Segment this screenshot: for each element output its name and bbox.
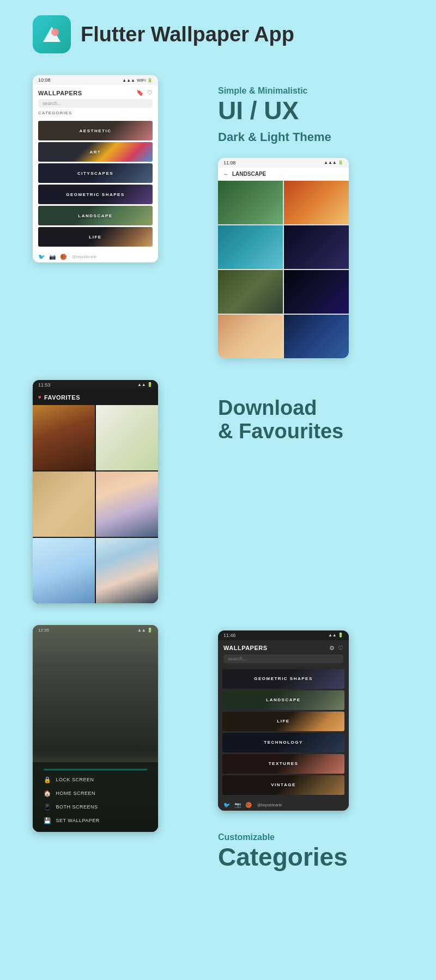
landscape-screen-header: ← LANDSCAPE — [218, 168, 349, 181]
dark-twitter-icon: 🐦 — [223, 802, 230, 808]
grid-cell-3[interactable] — [218, 225, 283, 269]
right-col-3: 11:46 ▲▲ 🔋 WALLPAPERS ⚙ ♡ search... — [218, 625, 414, 877]
grid-cell-6[interactable] — [284, 270, 349, 314]
dark-heart-icon: ♡ — [338, 645, 343, 652]
dark-wallpapers-screen-mockup: 11:46 ▲▲ 🔋 WALLPAPERS ⚙ ♡ search... — [218, 630, 349, 811]
fav-cell-flower[interactable] — [96, 405, 158, 470]
dark-social-handle: @bepublicarte — [257, 803, 282, 807]
dark-search-placeholder: search... — [228, 656, 247, 661]
fs-option-home[interactable]: 🏠 HOME SCREEN — [33, 787, 158, 800]
categories-heading: Categories — [218, 843, 414, 871]
fav-heart-icon: ♥ — [38, 394, 41, 400]
category-item-geometric[interactable]: GEOMETRIC SHAPES — [38, 185, 153, 204]
fav-cell-blue[interactable] — [33, 538, 95, 603]
category-item-landscape[interactable]: LANDSCAPE — [38, 206, 153, 225]
status-bar: 10:08 ▲▲▲ WiFi 🔋 — [33, 75, 158, 85]
dark-social-bar: 🐦 📷 🏀 @bepublicarte — [218, 799, 349, 811]
landscape-screen-mockup: 11:08 ▲▲▲ 🔋 ← LANDSCAPE — [218, 158, 349, 358]
fav-cell-eiffel[interactable] — [33, 405, 95, 470]
section1-row: 10:08 ▲▲▲ WiFi 🔋 WALLPAPERS 🔖 ♡ sear — [0, 75, 436, 358]
landscape-title: LANDSCAPE — [232, 171, 266, 177]
lock-icon: 🔒 — [44, 776, 52, 783]
fs-option-lock-label: LOCK SCREEN — [56, 777, 94, 782]
right-text-1: Simple & Minimalistic UI / UX Dark & Lig… — [218, 75, 414, 358]
grid-cell-8[interactable] — [284, 315, 349, 358]
fs-status-bar: 12:35 ▲▲ 🔋 — [33, 625, 158, 635]
download-heading: Download & Favourites — [218, 396, 414, 444]
set-wallpaper-icon: 💾 — [44, 817, 52, 824]
fs-progress-bar — [44, 769, 147, 770]
home-icon: 🏠 — [44, 790, 52, 797]
categories-list: AESTHETIC ART CITYSCAPES GEOMETRIC SHAPE… — [33, 121, 158, 251]
dark-cat-landscape[interactable]: LANDSCAPE — [222, 690, 344, 710]
dark-categories-list: GEOMETRIC SHAPES LANDSCAPE LIFE TECHNOLO… — [218, 669, 349, 799]
category-item-cityscapes[interactable]: CITYSCAPES — [38, 163, 153, 183]
dark-instagram-icon: 📷 — [234, 802, 241, 808]
back-arrow-icon[interactable]: ← — [223, 171, 229, 177]
dark-dribbble-icon: 🏀 — [245, 802, 252, 808]
fav-status-icons: ▲▲ 🔋 — [137, 382, 153, 387]
fav-cell-alps[interactable] — [96, 538, 158, 603]
dark-search-bar[interactable]: search... — [223, 654, 343, 663]
dark-cat-technology[interactable]: TECHNOLOGY — [222, 733, 344, 752]
section2-row: 11:53 ▲▲ 🔋 ♥ FAVORITES — [0, 380, 436, 603]
fs-options-overlay: 🔒 LOCK SCREEN 🏠 HOME SCREEN 📱 BOTH SCREE… — [33, 762, 158, 832]
screen-header-light: WALLPAPERS 🔖 ♡ search... CATEGORIES — [33, 85, 158, 121]
settings-icon: ⚙ — [329, 645, 335, 652]
dark-cat-vintage[interactable]: VINTAGE — [222, 775, 344, 795]
main-heading-1: UI / UX — [218, 97, 414, 125]
grid-cell-5[interactable] — [218, 270, 283, 314]
categories-section: Customizable Categories — [218, 822, 414, 877]
fav-header: ♥ FAVORITES — [33, 390, 158, 405]
theme-label: Dark & Light Theme — [218, 130, 414, 144]
dark-status-icons: ▲▲ 🔋 — [328, 633, 343, 638]
dribbble-icon: 🏀 — [60, 254, 66, 260]
fs-option-home-label: HOME SCREEN — [56, 791, 96, 796]
grid-cell-4[interactable] — [284, 225, 349, 269]
grid-cell-7[interactable] — [218, 315, 283, 358]
fs-option-lock[interactable]: 🔒 LOCK SCREEN — [33, 773, 158, 787]
search-bar[interactable]: search... — [38, 99, 153, 108]
status-icons: ▲▲▲ WiFi 🔋 — [122, 78, 153, 83]
category-item-aesthetic[interactable]: AESTHETIC — [38, 121, 153, 140]
landscape-grid — [218, 181, 349, 358]
fav-cell-texture[interactable] — [33, 471, 95, 537]
screen-title: WALLPAPERS — [38, 90, 82, 96]
phone-icon: 📱 — [44, 804, 52, 811]
app-header: Flutter Wallpaper App — [0, 0, 436, 64]
social-bar: 🐦 📷 🏀 @bepublicarte — [33, 251, 158, 262]
search-placeholder: search... — [43, 101, 62, 106]
fs-option-set-label: SET WALLPAPER — [56, 818, 100, 823]
fav-status-bar: 11:53 ▲▲ 🔋 — [33, 380, 158, 390]
social-handle: @bepublicarte — [72, 255, 96, 259]
category-item-art[interactable]: ART — [38, 142, 153, 162]
dark-header-icons: ⚙ ♡ — [329, 645, 343, 652]
fav-cell-mountain[interactable] — [96, 471, 158, 537]
fs-option-both-label: BOTH SCREENS — [56, 804, 98, 810]
category-item-life[interactable]: LIFE — [38, 227, 153, 247]
dark-cat-textures[interactable]: TEXTURES — [222, 754, 344, 774]
dark-cat-life[interactable]: LIFE — [222, 712, 344, 731]
left-col-1: 10:08 ▲▲▲ WiFi 🔋 WALLPAPERS 🔖 ♡ sear — [33, 75, 207, 358]
landscape-status-icons: ▲▲▲ 🔋 — [324, 160, 343, 165]
grid-cell-2[interactable] — [284, 181, 349, 224]
ui-ux-section: Simple & Minimalistic UI / UX Dark & Lig… — [218, 81, 414, 144]
fs-option-set[interactable]: 💾 SET WALLPAPER — [33, 814, 158, 828]
app-title: Flutter Wallpaper App — [81, 23, 294, 46]
download-section: Download & Favourites — [218, 385, 414, 449]
bookmark-icon: 🔖 — [136, 89, 144, 96]
landscape-status-bar: 11:08 ▲▲▲ 🔋 — [218, 158, 349, 168]
left-col-2: 11:53 ▲▲ 🔋 ♥ FAVORITES — [33, 380, 207, 603]
wallpapers-screen-mockup: 10:08 ▲▲▲ WiFi 🔋 WALLPAPERS 🔖 ♡ sear — [33, 75, 158, 262]
dark-cat-geometric[interactable]: GEOMETRIC SHAPES — [222, 669, 344, 689]
subtitle-1: Simple & Minimalistic — [218, 86, 414, 96]
fs-option-both[interactable]: 📱 BOTH SCREENS — [33, 800, 158, 814]
svg-point-2 — [51, 28, 59, 36]
fav-title: FAVORITES — [44, 394, 80, 401]
favorites-screen-mockup: 11:53 ▲▲ 🔋 ♥ FAVORITES — [33, 380, 158, 603]
favorites-grid — [33, 405, 158, 603]
section3-row: 12:35 ▲▲ 🔋 🔒 LOCK SCREEN 🏠 HOME SCREEN 📱… — [0, 625, 436, 877]
left-col-3: 12:35 ▲▲ 🔋 🔒 LOCK SCREEN 🏠 HOME SCREEN 📱… — [33, 625, 207, 877]
app-logo — [33, 15, 71, 53]
grid-cell-1[interactable] — [218, 181, 283, 224]
